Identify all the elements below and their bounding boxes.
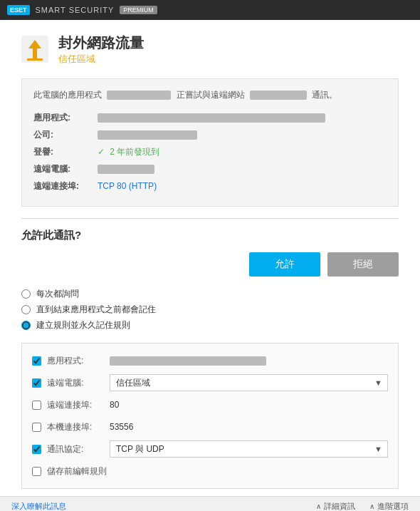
- details-chevron: ∧: [316, 502, 321, 510]
- app-label: 應用程式:: [33, 110, 98, 125]
- verify-value: ✓ 2 年前發現到: [98, 145, 387, 160]
- rule-protocol-dropdown: TCP 與 UDP TCP UDP ▼: [110, 440, 388, 458]
- allow-question: 允許此通訊?: [21, 229, 399, 242]
- radio-exit-input[interactable]: [21, 305, 31, 314]
- rule-remote-port-value: 80: [110, 400, 388, 410]
- top-bar-title: SMART SECURITY: [36, 6, 115, 14]
- remote-port-row: 遠端連接埠: TCP 80 (HTTP): [33, 179, 387, 194]
- svg-rect-2: [27, 58, 43, 61]
- rule-remote-pc-select[interactable]: 信任區域 任何地址 172.217.160.xxx: [110, 374, 388, 391]
- check-icon: ✓: [98, 147, 105, 157]
- rule-app-checkbox[interactable]: [32, 356, 41, 366]
- rule-protocol-row: 通訊協定: TCP 與 UDP TCP UDP ▼: [32, 440, 388, 458]
- advanced-chevron: ∧: [369, 502, 374, 510]
- info-section: 此電腦的應用程式 正嘗試與遠端網站 通訊。 應用程式: 公司:: [21, 78, 399, 207]
- company-label: 公司:: [33, 128, 98, 143]
- radio-ask-label: 每次都詢問: [36, 288, 79, 300]
- advanced-label: 進階選項: [377, 501, 409, 511]
- verify-row: 登譽: ✓ 2 年前發現到: [33, 145, 387, 160]
- remote-pc-label: 遠端電腦:: [33, 162, 98, 177]
- info-top-line: 此電腦的應用程式 正嘗試與遠端網站 通訊。: [33, 89, 387, 101]
- rule-remote-pc-row: 遠端電腦: 信任區域 任何地址 172.217.160.xxx ▼: [32, 374, 388, 391]
- verify-label: 登譽:: [33, 145, 98, 160]
- radio-permanent[interactable]: 建立規則並永久記住規則: [21, 319, 399, 331]
- deny-button[interactable]: 拒絕: [327, 252, 399, 277]
- rule-app-value: [110, 356, 388, 366]
- rule-protocol-label: 通訊協定:: [47, 443, 104, 455]
- details-label: 詳細資訊: [324, 501, 355, 511]
- company-value: [98, 128, 387, 143]
- page-title: 封外網路流量: [58, 34, 144, 51]
- divider1: [21, 218, 399, 219]
- header-section: 封外網路流量 信任區域: [21, 34, 399, 66]
- rule-save-checkbox[interactable]: [32, 467, 41, 476]
- remote-port-label: 遠端連接埠:: [33, 179, 98, 194]
- info-rows: 應用程式: 公司: 登譽: ✓ 2 年前發現到 遠端電腦:: [33, 108, 387, 196]
- rule-remote-pc-checkbox[interactable]: [32, 378, 41, 388]
- radio-ask-input[interactable]: [21, 289, 31, 299]
- rule-app-label: 應用程式:: [47, 355, 104, 367]
- radio-permanent-label: 建立規則並永久記住規則: [36, 319, 130, 331]
- app-value: [98, 110, 387, 125]
- rule-save-label: 儲存前編輯規則: [47, 465, 107, 478]
- top-bar: ESET SMART SECURITY PREMIUM: [0, 0, 420, 20]
- bottom-right: ∧ 詳細資訊 ∧ 進階選項: [316, 501, 409, 511]
- rule-remote-pc-label: 遠端電腦:: [47, 377, 104, 389]
- buttons-row: 允許 拒絕: [21, 252, 399, 277]
- learn-more-link[interactable]: 深入瞭解此訊息: [11, 501, 66, 511]
- page-subtitle: 信任區域: [58, 53, 144, 66]
- allow-button[interactable]: 允許: [249, 252, 320, 277]
- radio-until-exit[interactable]: 直到結束應用程式之前都會記住: [21, 304, 399, 316]
- radio-group: 每次都詢問 直到結束應用程式之前都會記住 建立規則並永久記住規則: [21, 288, 399, 331]
- rule-remote-pc-dropdown: 信任區域 任何地址 172.217.160.xxx ▼: [110, 374, 388, 391]
- rule-save-row: 儲存前編輯規則: [32, 463, 388, 480]
- remote-pc-value: [98, 162, 387, 177]
- rule-remote-port-checkbox[interactable]: [32, 401, 41, 410]
- main-content: 封外網路流量 信任區域 此電腦的應用程式 正嘗試與遠端網站 通訊。 應用程式: …: [0, 20, 420, 496]
- company-row: 公司:: [33, 128, 387, 143]
- details-action[interactable]: ∧ 詳細資訊: [316, 501, 355, 511]
- remote-pc-row: 遠端電腦:: [33, 162, 387, 177]
- radio-ask-each-time[interactable]: 每次都詢問: [21, 288, 399, 300]
- rule-local-port-row: 本機連接埠: 53556: [32, 418, 388, 435]
- radio-exit-label: 直到結束應用程式之前都會記住: [36, 304, 156, 316]
- bottom-bar: 深入瞭解此訊息 ∧ 詳細資訊 ∧ 進階選項: [0, 496, 420, 511]
- rule-protocol-select[interactable]: TCP 與 UDP TCP UDP: [110, 440, 388, 458]
- eset-logo: ESET: [7, 5, 30, 15]
- radio-permanent-input[interactable]: [21, 321, 31, 330]
- upload-icon: [21, 36, 48, 63]
- rule-app-row: 應用程式:: [32, 352, 388, 369]
- premium-badge: PREMIUM: [120, 6, 157, 14]
- rule-local-port-label: 本機連接埠:: [47, 421, 104, 433]
- rule-remote-port-label: 遠端連接埠:: [47, 399, 104, 411]
- advanced-action[interactable]: ∧ 進階選項: [369, 501, 409, 511]
- rule-protocol-checkbox[interactable]: [32, 445, 41, 454]
- app-row: 應用程式:: [33, 110, 387, 125]
- rule-section: 應用程式: 遠端電腦: 信任區域 任何地址 172.217.160.xxx ▼ …: [21, 343, 399, 489]
- rule-remote-port-row: 遠端連接埠: 80: [32, 396, 388, 413]
- rule-local-port-value: 53556: [110, 422, 388, 432]
- rule-local-port-checkbox[interactable]: [32, 423, 41, 432]
- remote-port-value: TCP 80 (HTTP): [98, 179, 387, 194]
- header-text: 封外網路流量 信任區域: [58, 34, 144, 66]
